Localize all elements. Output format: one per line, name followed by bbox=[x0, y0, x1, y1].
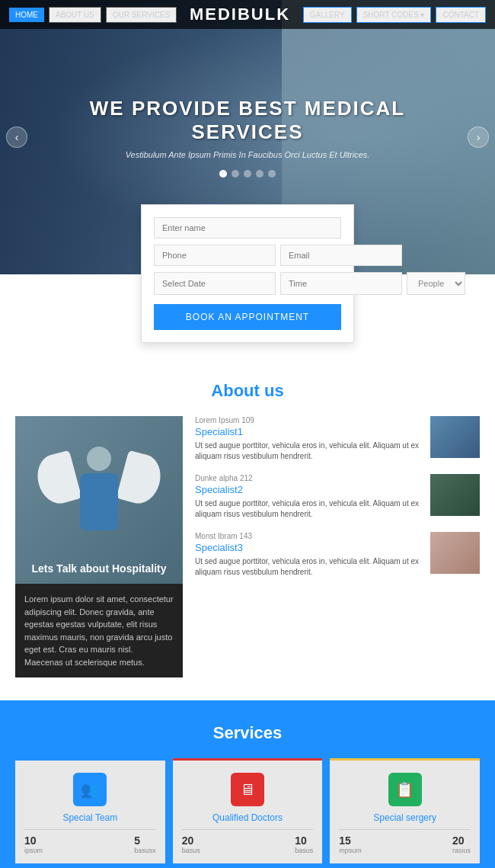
specialist-thumb bbox=[430, 474, 480, 516]
service-icon: 📋 bbox=[388, 773, 422, 806]
specialist-thumb bbox=[430, 416, 480, 458]
hero-dot-4[interactable] bbox=[256, 170, 263, 178]
nav-gallery-button[interactable]: GALLERY bbox=[303, 7, 352, 23]
service-icon: 🖥 bbox=[231, 773, 264, 806]
hero-wrapper: ‹ › WE PROVIDE BEST MEDICAL SERVICES Ves… bbox=[0, 0, 495, 274]
specialist-desc: Ut sed augue porttitor, vehicula eros in… bbox=[195, 556, 424, 578]
appointment-form: People 123 Book An Appointment bbox=[141, 204, 354, 343]
site-brand: MEDIBULK bbox=[181, 5, 298, 24]
hero-dots bbox=[30, 170, 465, 178]
specialist-meta: Lorem Ipsum 109 bbox=[195, 416, 424, 424]
service-card-2: 🖥 Qualified Doctors 20 basus 10 basus bbox=[173, 758, 323, 863]
navbar: HOME ABOUT US OUR SERVICES MEDIBULK GALL… bbox=[0, 0, 495, 29]
specialist-desc: Ut sed augue porttitor, vehicula eros in… bbox=[195, 440, 424, 462]
service-card-3: 📋 Special sergery 15 mpsum 20 rasius bbox=[330, 758, 480, 863]
service-stats: 15 mpsum 20 rasius bbox=[339, 829, 471, 854]
service-card-1: 👥 Special Team 10 ipsum 5 basusx bbox=[15, 758, 165, 863]
hero-dot-2[interactable] bbox=[232, 170, 239, 178]
specialist-thumb bbox=[430, 532, 480, 574]
specialist-name: Specialist3 bbox=[195, 542, 424, 553]
hero-subtitle: Vestibulum Ante Ipsum Primis In Faucibus… bbox=[30, 150, 465, 159]
service-icon: 👥 bbox=[73, 773, 107, 806]
appt-name-input[interactable] bbox=[154, 217, 341, 239]
about-left-panel: Lets Talk about Hospitality Lorem ipsum … bbox=[15, 416, 183, 677]
specialist-item-1: Lorem Ipsum 109 Specialist1 Ut sed augue… bbox=[195, 416, 480, 462]
stat-item-1: 10 ipsum bbox=[24, 834, 43, 854]
hero-dot-5[interactable] bbox=[268, 170, 276, 178]
specialist-item-2: Dunke alpha 212 Specialist2 Ut sed augue… bbox=[195, 474, 480, 520]
hero-dot-1[interactable] bbox=[219, 170, 227, 178]
about-body-text: Lorem ipsum dolor sit amet, consectetur … bbox=[15, 584, 183, 677]
stat-item-2: 10 basus bbox=[295, 834, 313, 854]
nav-services-button[interactable]: OUR SERVICES bbox=[106, 7, 177, 23]
appt-time-row: People 123 bbox=[154, 272, 341, 295]
stat-item-1: 20 basus bbox=[182, 834, 200, 854]
appt-phone-input[interactable] bbox=[154, 245, 276, 266]
nav-home-button[interactable]: HOME bbox=[9, 8, 44, 22]
services-title: Services bbox=[15, 723, 480, 743]
appt-time-input[interactable] bbox=[280, 272, 402, 295]
service-stats: 10 ipsum 5 basusx bbox=[24, 829, 156, 854]
specialist-meta: Monst Ibram 143 bbox=[195, 532, 424, 540]
specialist-desc: Ut sed augue porttitor, vehicula eros in… bbox=[195, 498, 424, 520]
appt-email-input[interactable] bbox=[280, 245, 402, 266]
service-name: Special sergery bbox=[339, 812, 471, 823]
about-specialists: Lorem Ipsum 109 Specialist1 Ut sed augue… bbox=[195, 416, 480, 677]
appt-date-input[interactable] bbox=[154, 272, 276, 295]
about-section: About us Lets bbox=[0, 358, 495, 700]
hero-content: WE PROVIDE BEST MEDICAL SERVICES Vestibu… bbox=[0, 97, 495, 178]
about-content: Lets Talk about Hospitality Lorem ipsum … bbox=[15, 416, 480, 677]
hero-title: WE PROVIDE BEST MEDICAL SERVICES bbox=[30, 97, 465, 144]
appt-book-button[interactable]: Book An Appointment bbox=[154, 304, 341, 330]
about-image-box: Lets Talk about Hospitality bbox=[15, 416, 183, 584]
service-name: Qualified Doctors bbox=[182, 812, 314, 823]
specialist-name: Specialist1 bbox=[195, 426, 424, 437]
nav-about-button[interactable]: ABOUT US bbox=[49, 7, 101, 23]
nav-contact-button[interactable]: CONTACT bbox=[436, 7, 486, 23]
specialist-name: Specialist2 bbox=[195, 484, 424, 495]
appt-name-row bbox=[154, 217, 341, 239]
services-section: Services 👥 Special Team 10 ipsum 5 basus… bbox=[0, 700, 495, 868]
nav-shortcodes-button[interactable]: SHORT CODES ▾ bbox=[356, 7, 432, 23]
stat-item-2: 5 basusx bbox=[134, 834, 156, 854]
appt-contact-row bbox=[154, 245, 341, 266]
hero-next-button[interactable]: › bbox=[468, 127, 489, 148]
specialist-item-3: Monst Ibram 143 Specialist3 Ut sed augue… bbox=[195, 532, 480, 578]
nav-right: GALLERY SHORT CODES ▾ CONTACT bbox=[303, 7, 486, 23]
specialist-meta: Dunke alpha 212 bbox=[195, 474, 424, 482]
hero-dot-3[interactable] bbox=[244, 170, 251, 178]
appt-people-select[interactable]: People 123 bbox=[407, 272, 465, 295]
stat-item-2: 20 rasius bbox=[452, 834, 471, 854]
service-stats: 20 basus 10 basus bbox=[182, 829, 314, 854]
about-title: About us bbox=[15, 381, 480, 401]
hero-prev-button[interactable]: ‹ bbox=[6, 127, 27, 148]
about-img-caption: Lets Talk about Hospitality bbox=[15, 562, 183, 575]
stat-item-1: 15 mpsum bbox=[339, 834, 362, 854]
service-name: Special Team bbox=[24, 812, 156, 823]
services-grid: 👥 Special Team 10 ipsum 5 basusx 🖥 Quali… bbox=[15, 758, 480, 868]
